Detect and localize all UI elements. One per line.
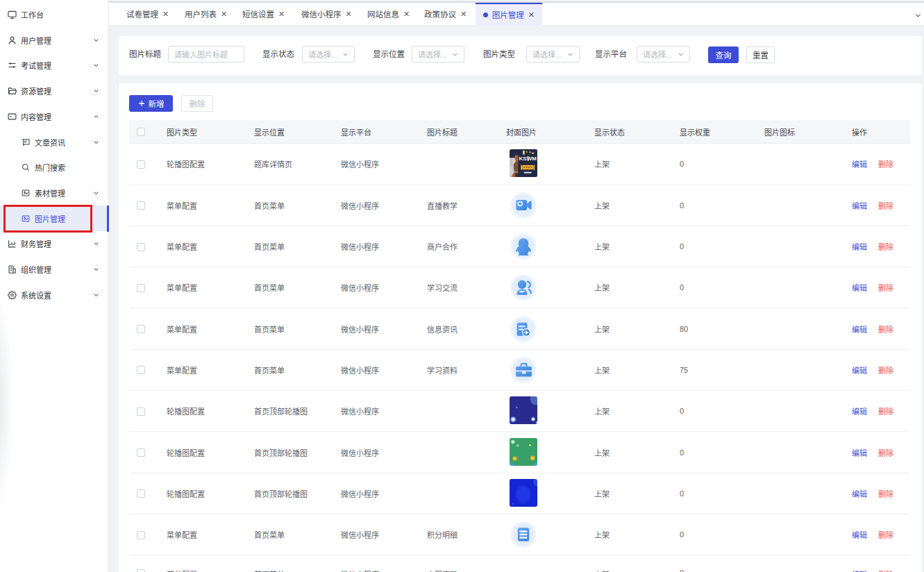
svg-text:KSWM: KSWM xyxy=(519,156,537,162)
